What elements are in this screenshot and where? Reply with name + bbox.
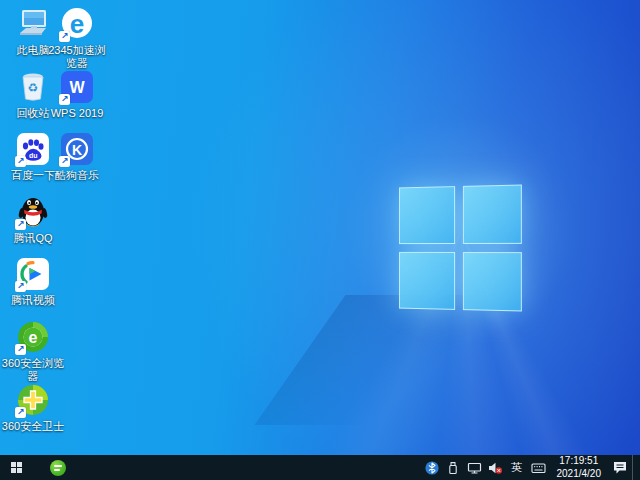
bluetooth-icon — [425, 461, 439, 475]
touch-keyboard-icon — [531, 461, 546, 475]
clock-time: 17:19:51 — [559, 455, 598, 466]
start-button[interactable] — [0, 455, 32, 480]
desktop-icon-label: 360安全浏览器 — [0, 357, 66, 383]
usb-device-icon — [446, 461, 460, 475]
shortcut-arrow-icon: ↗ — [15, 344, 26, 355]
wallpaper-logo-shadow — [254, 295, 575, 425]
2345-browser-icon: e ↗ — [60, 7, 94, 41]
usb-device-tray-button[interactable] — [445, 455, 462, 480]
shortcut-arrow-icon: ↗ — [59, 94, 70, 105]
svg-text:e: e — [70, 9, 84, 39]
desktop-icon-360-safe-browser[interactable]: e ↗ 360安全浏览器 — [0, 320, 66, 383]
qq-penguin-icon: ↗ — [16, 195, 50, 229]
system-tray: 英 17:19:51 2021/4/20 — [424, 455, 640, 480]
kugou-music-icon: K ↗ — [60, 132, 94, 166]
svg-text:e: e — [29, 329, 38, 346]
360-safe-guard-icon: ↗ — [16, 383, 50, 417]
show-desktop-button[interactable] — [632, 455, 636, 480]
desktop-icon-label: 酷狗音乐 — [55, 169, 99, 182]
volume-muted-tray-button[interactable] — [487, 455, 504, 480]
taskbar-pinned-360-browser[interactable] — [42, 455, 74, 480]
ime-language-indicator[interactable]: 英 — [508, 460, 526, 475]
shortcut-arrow-icon: ↗ — [15, 219, 26, 230]
desktop-icon-tencent-qq[interactable]: ↗ 腾讯QQ — [0, 195, 66, 245]
desktop-icon-wps-2019[interactable]: W ↗ WPS 2019 — [44, 70, 110, 120]
desktop-icon-label: 2345加速浏览器 — [44, 44, 110, 70]
taskbar-clock[interactable]: 17:19:51 2021/4/20 — [551, 455, 608, 479]
clock-date: 2021/4/20 — [557, 468, 602, 479]
shortcut-arrow-icon: ↗ — [59, 31, 70, 42]
windows-logo-pane — [399, 252, 455, 310]
display-network-tray-button[interactable] — [466, 455, 483, 480]
desktop-icon-label: 腾讯QQ — [13, 232, 52, 245]
action-center-button[interactable] — [611, 455, 628, 480]
svg-text:K: K — [72, 142, 82, 158]
windows-logo-wallpaper — [399, 185, 522, 312]
windows-logo-pane — [463, 252, 522, 311]
shortcut-arrow-icon: ↗ — [15, 407, 26, 418]
taskbar: 英 17:19:51 2021/4/20 — [0, 455, 640, 480]
360-browser-taskbar-icon — [50, 460, 66, 476]
desktop-icon-label: 360安全卫士 — [2, 420, 64, 433]
svg-text:W: W — [69, 79, 85, 96]
svg-text:du: du — [29, 152, 38, 159]
wps-icon: W ↗ — [60, 70, 94, 104]
action-center-icon — [612, 460, 628, 475]
shortcut-arrow-icon: ↗ — [15, 156, 26, 167]
shortcut-arrow-icon: ↗ — [59, 156, 70, 167]
svg-text:♻: ♻ — [28, 81, 39, 95]
bluetooth-tray-button[interactable] — [424, 455, 441, 480]
desktop[interactable]: 此电脑 ♻ 回收站 du ↗ 百度一下 — [0, 0, 640, 480]
desktop-icon-2345-browser[interactable]: e ↗ 2345加速浏览器 — [44, 7, 110, 70]
display-network-icon — [467, 461, 482, 475]
shortcut-arrow-icon: ↗ — [15, 281, 26, 292]
touch-keyboard-tray-button[interactable] — [530, 455, 547, 480]
desktop-icon-label: 腾讯视频 — [11, 294, 55, 307]
360-browser-icon: e ↗ — [16, 320, 50, 354]
windows-logo-pane — [399, 186, 455, 244]
desktop-icon-kugou-music[interactable]: K ↗ 酷狗音乐 — [44, 132, 110, 182]
windows-start-icon — [11, 462, 22, 473]
windows-logo-pane — [463, 185, 522, 244]
tencent-video-icon: ↗ — [16, 257, 50, 291]
desktop-icon-label: WPS 2019 — [51, 107, 104, 120]
desktop-icon-tencent-video[interactable]: ↗ 腾讯视频 — [0, 257, 66, 307]
volume-muted-icon — [488, 461, 503, 475]
desktop-icon-360-safe-guard[interactable]: ↗ 360安全卫士 — [0, 383, 66, 433]
